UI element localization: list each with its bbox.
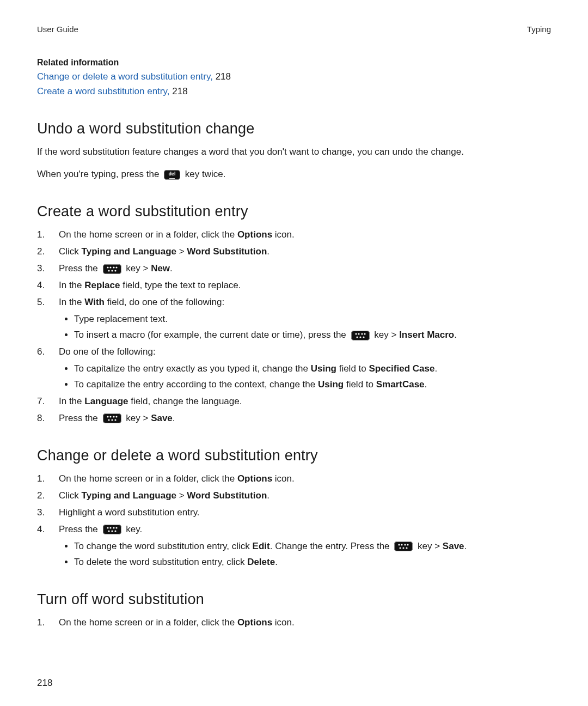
text-fragment: .: [173, 413, 175, 423]
text-fragment: field to: [336, 363, 369, 374]
svg-point-24: [115, 527, 117, 529]
text-fragment: key >: [126, 413, 151, 423]
list-item: On the home screen or in a folder, click…: [37, 617, 551, 629]
page-header: User Guide Typing: [37, 24, 551, 35]
menu-key-icon: [351, 331, 370, 340]
text-fragment: To capitalize the entry exactly as you t…: [74, 363, 311, 374]
list-item: Click Typing and Language > Word Substit…: [37, 490, 551, 502]
delete-label: Delete: [247, 557, 275, 567]
text-fragment: key >: [418, 541, 443, 551]
svg-point-30: [405, 544, 406, 546]
using-label: Using: [311, 363, 336, 374]
del-key-icon: del: [164, 170, 180, 180]
svg-point-10: [364, 333, 365, 334]
save-label: Save: [443, 541, 464, 551]
text-fragment: Do one of the following:: [59, 346, 156, 357]
related-link-row: Create a word substitution entry, 218: [37, 86, 551, 98]
text-fragment: On the home screen or in a folder, click…: [59, 473, 237, 484]
text-fragment: . Change the entry. Press the: [270, 541, 393, 551]
document-page: User Guide Typing Related information Ch…: [0, 0, 588, 706]
svg-point-34: [406, 547, 408, 549]
list-item: To delete the word substitution entry, c…: [74, 556, 551, 569]
heading-undo: Undo a word substitution change: [37, 119, 551, 138]
list-item: Press the key > New.: [37, 263, 551, 275]
del-key-label: del: [164, 171, 180, 177]
svg-point-5: [111, 270, 113, 271]
related-link-page: 218: [216, 71, 231, 82]
text-fragment: In the: [59, 396, 84, 406]
text-fragment: icon.: [272, 473, 295, 484]
text-fragment: When you're typing, press the: [37, 169, 162, 179]
undo-instruction: When you're typing, press the del key tw…: [37, 168, 551, 181]
text-fragment: key >: [374, 330, 399, 340]
text-fragment: .: [267, 246, 270, 257]
text-fragment: .: [454, 330, 457, 340]
text-fragment: .: [275, 557, 278, 567]
svg-point-15: [109, 416, 111, 418]
svg-point-13: [363, 336, 364, 338]
svg-point-8: [358, 333, 359, 334]
text-fragment: Press the: [59, 524, 101, 534]
text-fragment: .: [434, 363, 437, 374]
list-item: In the Replace field, type the text to r…: [37, 279, 551, 292]
list-item: In the With field, do one of the followi…: [37, 296, 551, 342]
list-item: To capitalize the entry according to the…: [74, 379, 551, 391]
related-info-heading: Related information: [37, 57, 551, 69]
text-fragment: key twice.: [185, 169, 226, 179]
svg-point-25: [108, 531, 109, 532]
text-fragment: >: [176, 490, 187, 501]
list-item: To capitalize the entry exactly as you t…: [74, 363, 551, 375]
turn-off-steps-list: On the home screen or in a folder, click…: [37, 617, 551, 629]
sub-bullet-list: Type replacement text. To insert a macro…: [59, 313, 551, 342]
language-label: Language: [84, 396, 128, 406]
text-fragment: icon.: [272, 229, 295, 240]
svg-point-32: [400, 547, 401, 549]
list-item: To change the word substitution entry, c…: [74, 540, 551, 553]
header-guide-title: User Guide: [37, 24, 78, 35]
svg-point-9: [361, 333, 363, 334]
insert-macro-label: Insert Macro: [399, 330, 454, 340]
list-item: Click Typing and Language > Word Substit…: [37, 246, 551, 258]
svg-point-23: [113, 527, 114, 529]
word-substitution-label: Word Substitution: [187, 490, 267, 501]
svg-point-6: [114, 270, 116, 271]
svg-point-3: [115, 266, 117, 268]
text-fragment: On the home screen or in a folder, click…: [59, 229, 237, 240]
svg-point-18: [108, 419, 109, 421]
undo-paragraph: If the word substitution feature changes…: [37, 146, 551, 159]
list-item: Type replacement text.: [74, 313, 551, 326]
replace-label: Replace: [84, 280, 120, 290]
related-link-row: Change or delete a word substitution ent…: [37, 71, 551, 83]
text-fragment: To capitalize the entry according to the…: [74, 379, 318, 389]
create-steps-list: On the home screen or in a folder, click…: [37, 229, 551, 424]
svg-point-21: [107, 527, 108, 529]
typing-language-label: Typing and Language: [82, 246, 176, 257]
menu-key-icon: [103, 413, 121, 423]
heading-change-delete: Change or delete a word substitution ent…: [37, 446, 551, 465]
svg-point-27: [114, 531, 116, 532]
related-link-change-delete[interactable]: Change or delete a word substitution ent…: [37, 71, 213, 82]
menu-key-icon: [103, 525, 121, 534]
list-item: In the Language field, change the langua…: [37, 395, 551, 408]
text-fragment: In the: [59, 297, 84, 307]
related-link-create[interactable]: Create a word substitution entry,: [37, 86, 169, 96]
svg-point-4: [108, 270, 109, 271]
change-delete-steps-list: On the home screen or in a folder, click…: [37, 473, 551, 569]
typing-language-label: Typing and Language: [82, 490, 176, 501]
svg-point-16: [113, 416, 114, 418]
text-fragment: On the home screen or in a folder, click…: [59, 617, 237, 628]
options-label: Options: [237, 473, 272, 484]
options-label: Options: [237, 617, 272, 628]
word-substitution-label: Word Substitution: [187, 246, 267, 257]
text-fragment: Click: [59, 490, 82, 501]
text-fragment: To insert a macro (for example, the curr…: [74, 330, 349, 340]
svg-point-2: [113, 266, 114, 268]
list-item: Press the key. To change the word substi…: [37, 524, 551, 569]
new-label: New: [151, 263, 170, 273]
svg-point-11: [356, 336, 358, 338]
smartcase-label: SmartCase: [376, 379, 425, 389]
svg-point-0: [107, 266, 108, 268]
sub-bullet-list: To change the word substitution entry, c…: [59, 540, 551, 569]
svg-point-31: [407, 544, 409, 546]
menu-key-icon: [103, 264, 121, 274]
